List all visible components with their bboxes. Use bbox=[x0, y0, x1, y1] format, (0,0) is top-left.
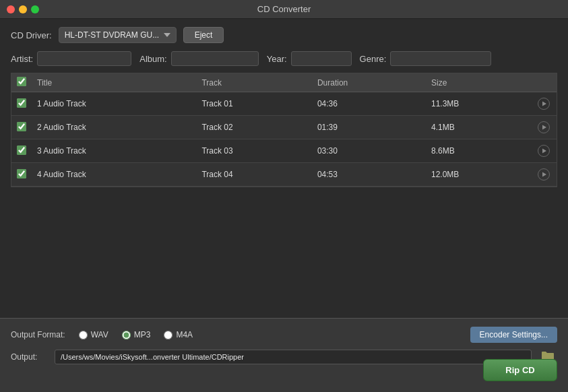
track-number-0: Track 01 bbox=[196, 92, 312, 116]
genre-input[interactable] bbox=[390, 51, 491, 66]
mp3-label: MP3 bbox=[134, 330, 151, 339]
header-checkbox bbox=[11, 73, 32, 92]
artist-input[interactable] bbox=[37, 51, 131, 66]
wav-label: WAV bbox=[91, 330, 108, 339]
track-play-cell-2 bbox=[532, 139, 557, 163]
metadata-row: Artist: Album: Year: Genre: bbox=[11, 51, 557, 66]
svg-marker-7 bbox=[542, 172, 546, 177]
output-format-label: Output Format: bbox=[11, 330, 65, 339]
track-size-3: 12.0MB bbox=[426, 163, 532, 187]
track-play-cell-1 bbox=[532, 116, 557, 139]
album-label: Album: bbox=[139, 54, 166, 64]
track-duration-1: 01:39 bbox=[312, 116, 426, 139]
table-row: 2 Audio Track Track 02 01:39 4.1MB bbox=[11, 116, 557, 139]
artist-label: Artist: bbox=[11, 54, 33, 64]
wav-option[interactable]: WAV bbox=[79, 330, 108, 339]
track-title-2: 3 Audio Track bbox=[32, 139, 196, 163]
track-checkbox-0[interactable] bbox=[17, 98, 26, 108]
m4a-label: M4A bbox=[176, 330, 193, 339]
table-row: 3 Audio Track Track 03 03:30 8.6MB bbox=[11, 139, 557, 163]
artist-field: Artist: bbox=[11, 51, 131, 66]
row-checkbox-cell-3 bbox=[11, 163, 32, 187]
table-row: 1 Audio Track Track 01 04:36 11.3MB bbox=[11, 92, 557, 116]
year-label: Year: bbox=[267, 54, 287, 64]
rip-cd-button[interactable]: Rip CD bbox=[483, 359, 557, 381]
track-duration-3: 04:53 bbox=[312, 163, 426, 187]
row-checkbox-cell-2 bbox=[11, 139, 32, 163]
eject-button[interactable]: Eject bbox=[183, 27, 224, 43]
wav-radio[interactable] bbox=[79, 331, 88, 339]
year-field: Year: bbox=[267, 51, 352, 66]
play-button-0[interactable] bbox=[538, 98, 550, 110]
track-title-1: 2 Audio Track bbox=[32, 116, 196, 139]
track-title-0: 1 Audio Track bbox=[32, 92, 196, 116]
m4a-radio[interactable] bbox=[164, 331, 172, 339]
mp3-radio[interactable] bbox=[122, 331, 131, 339]
table-header-row: Title Track Duration Size bbox=[11, 73, 557, 92]
window-title: CD Converter bbox=[257, 4, 311, 14]
header-track: Track bbox=[196, 73, 312, 92]
track-checkbox-1[interactable] bbox=[17, 122, 26, 131]
output-label: Output: bbox=[11, 352, 48, 362]
album-input[interactable] bbox=[171, 51, 259, 66]
track-play-cell-0 bbox=[532, 92, 557, 116]
track-title-3: 4 Audio Track bbox=[32, 163, 196, 187]
year-input[interactable] bbox=[291, 51, 352, 66]
svg-marker-1 bbox=[542, 102, 546, 106]
output-path-input[interactable] bbox=[55, 350, 532, 364]
track-checkbox-2[interactable] bbox=[17, 145, 26, 155]
genre-label: Genre: bbox=[360, 54, 387, 64]
svg-marker-3 bbox=[542, 125, 546, 130]
table-row: 4 Audio Track Track 04 04:53 12.0MB bbox=[11, 163, 557, 187]
track-size-1: 4.1MB bbox=[426, 116, 532, 139]
track-checkbox-3[interactable] bbox=[17, 169, 26, 178]
m4a-option[interactable]: M4A bbox=[164, 330, 193, 339]
cd-driver-row: CD Driver: HL-DT-ST DVDRAM GU... Eject bbox=[11, 27, 557, 43]
play-button-1[interactable] bbox=[538, 121, 550, 133]
track-size-0: 11.3MB bbox=[426, 92, 532, 116]
track-duration-0: 04:36 bbox=[312, 92, 426, 116]
track-play-cell-3 bbox=[532, 163, 557, 187]
select-all-checkbox[interactable] bbox=[17, 77, 26, 86]
row-checkbox-cell-0 bbox=[11, 92, 32, 116]
track-number-2: Track 03 bbox=[196, 139, 312, 163]
svg-marker-5 bbox=[542, 149, 546, 154]
header-title: Title bbox=[32, 73, 196, 92]
format-row: Output Format: WAV MP3 M4A Encoder Setti… bbox=[11, 327, 557, 343]
play-button-3[interactable] bbox=[538, 168, 550, 181]
title-bar: CD Converter bbox=[0, 0, 568, 19]
track-table: Title Track Duration Size 1 Audio Track … bbox=[11, 73, 557, 187]
minimize-button[interactable] bbox=[19, 5, 27, 13]
album-field: Album: bbox=[139, 51, 258, 66]
track-number-3: Track 04 bbox=[196, 163, 312, 187]
genre-field: Genre: bbox=[360, 51, 492, 66]
header-play bbox=[532, 73, 557, 92]
track-size-2: 8.6MB bbox=[426, 139, 532, 163]
main-content: CD Driver: HL-DT-ST DVDRAM GU... Eject A… bbox=[0, 19, 568, 187]
play-button-2[interactable] bbox=[538, 145, 550, 157]
bottom-panel: Output Format: WAV MP3 M4A Encoder Setti… bbox=[0, 318, 568, 392]
header-duration: Duration bbox=[312, 73, 426, 92]
cd-driver-select[interactable]: HL-DT-ST DVDRAM GU... bbox=[59, 27, 177, 43]
maximize-button[interactable] bbox=[31, 5, 39, 13]
track-duration-2: 03:30 bbox=[312, 139, 426, 163]
close-button[interactable] bbox=[7, 5, 15, 13]
window-controls bbox=[7, 5, 39, 13]
track-table-body: 1 Audio Track Track 01 04:36 11.3MB 2 Au… bbox=[11, 92, 557, 187]
cd-driver-label: CD Driver: bbox=[11, 30, 52, 40]
header-size: Size bbox=[426, 73, 532, 92]
output-row: Output: bbox=[11, 350, 557, 364]
encoder-settings-button[interactable]: Encoder Settings... bbox=[470, 327, 557, 343]
row-checkbox-cell-1 bbox=[11, 116, 32, 139]
track-number-1: Track 02 bbox=[196, 116, 312, 139]
mp3-option[interactable]: MP3 bbox=[122, 330, 151, 339]
track-table-container: Title Track Duration Size 1 Audio Track … bbox=[11, 73, 557, 187]
